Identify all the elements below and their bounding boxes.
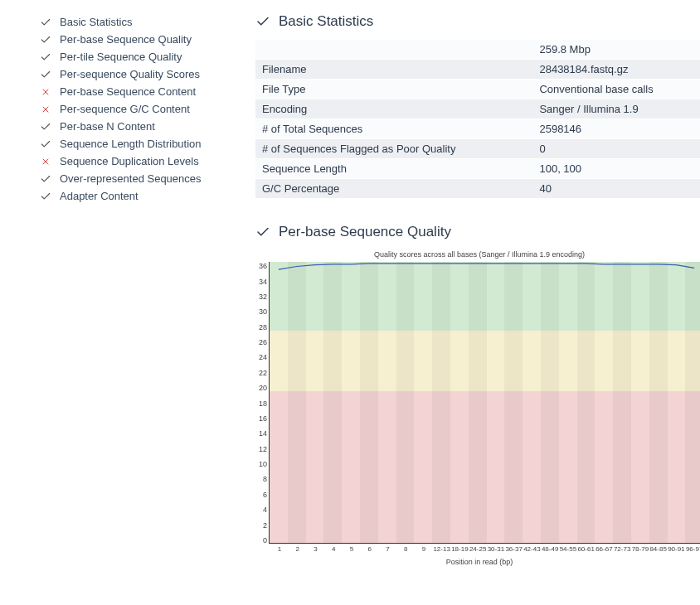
table-row: Filename28438184.fastq.gz — [255, 60, 700, 80]
stat-key: Sequence Length — [255, 159, 532, 179]
check-icon — [40, 191, 51, 202]
sidebar-item-label: Over-represented Sequences — [60, 172, 202, 185]
x-tick: 60-61 — [577, 545, 595, 553]
check-icon — [40, 69, 51, 80]
table-row: # of Total Sequences2598146 — [255, 119, 700, 139]
check-icon — [255, 14, 270, 29]
x-tick: 54-55 — [559, 545, 577, 553]
stat-value: 0 — [532, 139, 700, 159]
stat-value: 28438184.fastq.gz — [532, 60, 700, 80]
main-content: Basic Statistics 259.8 MbpFilename284381… — [255, 13, 700, 591]
x-tick: 7 — [379, 545, 397, 553]
chart-plot-area — [269, 262, 700, 544]
chart-x-label: Position in read (bp) — [255, 558, 700, 566]
sidebar: Basic StatisticsPer-base Sequence Qualit… — [40, 13, 222, 591]
x-tick: 4 — [324, 545, 343, 553]
basic-statistics-table: 259.8 MbpFilename28438184.fastq.gzFile T… — [255, 40, 700, 199]
sidebar-item-label: Adapter Content — [60, 190, 139, 202]
cross-icon — [40, 156, 51, 167]
sidebar-item-adapter-content[interactable]: Adapter Content — [40, 187, 222, 205]
x-tick: 9 — [415, 545, 433, 553]
table-row: 259.8 Mbp — [255, 40, 700, 60]
table-row: G/C Percentage40 — [255, 179, 700, 199]
table-row: File TypeConventional base calls — [255, 80, 700, 99]
sidebar-item-label: Per-sequence Quality Scores — [60, 68, 200, 80]
x-tick: 8 — [396, 545, 415, 553]
quality-chart: Quality scores across all bases (Sanger … — [255, 250, 700, 566]
check-icon — [40, 173, 51, 185]
x-tick: 96-97 — [685, 545, 700, 553]
sidebar-item-label: Per-base Sequence Quality — [60, 33, 192, 46]
sidebar-item-per-sequence-g-c-content[interactable]: Per-sequence G/C Content — [40, 100, 222, 118]
stat-value: Sanger / Illumina 1.9 — [532, 99, 700, 119]
chart-x-axis: 12345678912-1318-1924-2530-3136-3742-434… — [270, 544, 700, 553]
x-tick: 78-79 — [631, 545, 649, 553]
check-icon — [40, 51, 51, 63]
sidebar-item-label: Sequence Duplication Levels — [60, 155, 199, 167]
stat-value: 259.8 Mbp — [532, 40, 700, 60]
cross-icon — [40, 104, 51, 115]
sidebar-item-sequence-length-distribution[interactable]: Sequence Length Distribution — [40, 135, 222, 152]
section-heading-basic-statistics: Basic Statistics — [255, 13, 700, 30]
sidebar-item-per-base-sequence-content[interactable]: Per-base Sequence Content — [40, 83, 222, 100]
chart-title: Quality scores across all bases (Sanger … — [255, 250, 700, 259]
x-tick: 36-37 — [505, 545, 523, 553]
section-basic-statistics: Basic Statistics 259.8 MbpFilename284381… — [255, 13, 700, 199]
cross-icon — [40, 86, 51, 98]
x-tick: 12-13 — [433, 545, 451, 553]
x-tick: 24-25 — [469, 545, 487, 553]
stat-key: File Type — [255, 80, 532, 99]
table-row: EncodingSanger / Illumina 1.9 — [255, 99, 700, 119]
check-icon — [40, 34, 51, 46]
sidebar-item-per-sequence-quality-scores[interactable]: Per-sequence Quality Scores — [40, 65, 222, 83]
x-tick: 1 — [270, 545, 289, 553]
check-icon — [40, 17, 51, 28]
stat-value: 40 — [532, 179, 700, 199]
table-row: Sequence Length100, 100 — [255, 159, 700, 179]
sidebar-item-label: Per-tile Sequence Quality — [60, 51, 182, 63]
sidebar-item-label: Per-base N Content — [60, 120, 155, 133]
sidebar-item-sequence-duplication-levels[interactable]: Sequence Duplication Levels — [40, 152, 222, 170]
x-tick: 18-19 — [451, 545, 469, 553]
sidebar-item-per-tile-sequence-quality[interactable]: Per-tile Sequence Quality — [40, 48, 222, 65]
chart-band-good — [270, 262, 700, 331]
stat-key: # of Sequences Flagged as Poor Quality — [255, 139, 532, 159]
stat-key: G/C Percentage — [255, 179, 532, 199]
sidebar-item-label: Per-base Sequence Content — [60, 85, 196, 98]
table-row: # of Sequences Flagged as Poor Quality0 — [255, 139, 700, 159]
stat-key: Encoding — [255, 99, 532, 119]
sidebar-item-label: Per-sequence G/C Content — [60, 103, 190, 115]
x-tick: 42-43 — [523, 545, 542, 553]
sidebar-item-per-base-n-content[interactable]: Per-base N Content — [40, 118, 222, 135]
check-icon — [40, 121, 51, 133]
x-tick: 90-91 — [668, 545, 686, 553]
stat-value: 100, 100 — [532, 159, 700, 179]
sidebar-item-label: Sequence Length Distribution — [60, 138, 202, 150]
x-tick: 48-49 — [541, 545, 559, 553]
section-title: Per-base Sequence Quality — [279, 224, 451, 240]
section-heading-per-base-quality: Per-base Sequence Quality — [255, 224, 700, 240]
x-tick: 30-31 — [487, 545, 505, 553]
x-tick: 6 — [361, 545, 379, 553]
stat-value: Conventional base calls — [532, 80, 700, 99]
stat-key: # of Total Sequences — [255, 119, 532, 139]
section-per-base-quality: Per-base Sequence Quality Quality scores… — [255, 224, 700, 566]
x-tick: 2 — [289, 545, 307, 553]
chart-band-poor — [270, 391, 700, 544]
stat-key — [255, 40, 532, 60]
x-tick: 66-67 — [595, 545, 614, 553]
chart-band-ok — [270, 331, 700, 392]
x-tick: 3 — [307, 545, 325, 553]
check-icon — [40, 138, 51, 150]
sidebar-item-per-base-sequence-quality[interactable]: Per-base Sequence Quality — [40, 31, 222, 48]
stat-key: Filename — [255, 60, 532, 80]
sidebar-item-basic-statistics[interactable]: Basic Statistics — [40, 13, 222, 31]
x-tick: 84-85 — [649, 545, 668, 553]
x-tick: 72-73 — [613, 545, 631, 553]
stat-value: 2598146 — [532, 119, 700, 139]
sidebar-item-over-represented-sequences[interactable]: Over-represented Sequences — [40, 170, 222, 187]
sidebar-item-label: Basic Statistics — [60, 16, 132, 28]
check-icon — [255, 225, 270, 240]
section-title: Basic Statistics — [279, 13, 373, 30]
chart-y-axis: 363432302826242220181614121086420 — [255, 262, 269, 544]
